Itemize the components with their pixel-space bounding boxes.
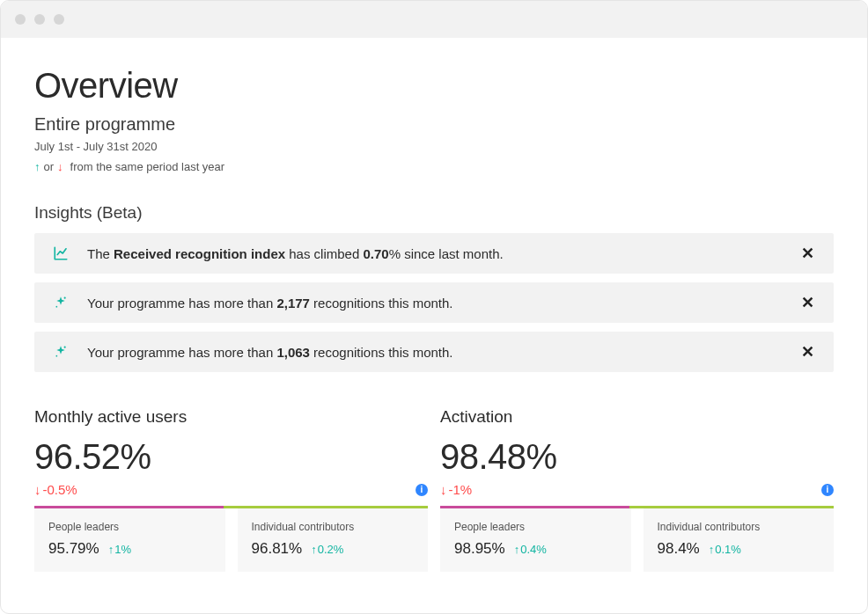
breakdown-label: People leaders	[48, 521, 211, 533]
svg-point-2	[64, 347, 66, 348]
insights-heading: Insights (Beta)	[34, 203, 834, 223]
insight-text: Your programme has more than 1,063 recog…	[87, 345, 798, 360]
breakdown-value: 96.81%	[252, 540, 303, 558]
arrow-down-icon: ↓	[440, 482, 447, 497]
metric-delta: ↓-1%	[440, 482, 472, 497]
insight-row: Your programme has more than 2,177 recog…	[34, 282, 834, 323]
legend-or: or	[44, 160, 55, 173]
metric-value: 98.48%	[440, 437, 834, 477]
metric-delta-row: ↓-0.5%i	[34, 482, 428, 497]
breakdown-delta: ↑0.1%	[709, 543, 741, 556]
insights-list: The Received recognition index has climb…	[34, 233, 834, 372]
chart-line-icon	[50, 245, 71, 261]
breakdown-delta: ↑0.2%	[311, 543, 343, 556]
close-icon[interactable]: ✕	[798, 293, 818, 312]
metrics-row: Monthly active users96.52%↓-0.5%iPeople …	[34, 407, 834, 572]
close-icon[interactable]: ✕	[798, 244, 818, 263]
insight-text: The Received recognition index has climb…	[87, 246, 798, 261]
breakdown-value-row: 96.81%↑0.2%	[252, 540, 415, 558]
arrow-down-icon: ↓	[57, 160, 63, 173]
breakdown-delta: ↑0.4%	[514, 543, 547, 556]
sparkle-icon	[50, 345, 71, 359]
breakdown-value: 98.4%	[658, 540, 700, 558]
arrow-up-icon: ↑	[108, 543, 114, 556]
breakdown-cell: People leaders98.95%↑0.4%	[440, 508, 631, 572]
sparkle-icon	[50, 296, 71, 310]
svg-point-3	[55, 355, 57, 357]
insight-text: Your programme has more than 2,177 recog…	[87, 296, 798, 311]
breakdown-row: People leaders98.95%↑0.4%Individual cont…	[440, 508, 834, 572]
breakdown-label: Individual contributors	[252, 521, 415, 533]
breakdown-value: 98.95%	[454, 540, 505, 558]
arrow-up-icon: ↑	[311, 543, 317, 556]
page-content: Overview Entire programme July 1st - Jul…	[1, 38, 867, 613]
breakdown-value-row: 98.4%↑0.1%	[658, 540, 820, 558]
breakdown-value-row: 95.79%↑1%	[48, 540, 211, 558]
metric-delta-row: ↓-1%i	[440, 482, 834, 497]
comparison-legend: ↑ or ↓ from the same period last year	[34, 160, 834, 173]
breakdown-label: People leaders	[454, 521, 617, 533]
insight-row: Your programme has more than 1,063 recog…	[34, 332, 834, 372]
arrow-up-icon: ↑	[34, 160, 40, 173]
svg-point-1	[55, 306, 57, 308]
info-icon[interactable]: i	[416, 484, 428, 496]
breakdown-cell: People leaders95.79%↑1%	[34, 508, 225, 572]
close-icon[interactable]: ✕	[798, 342, 818, 362]
window-titlebar	[1, 1, 867, 38]
metric-title: Monthly active users	[34, 407, 428, 427]
breakdown-row: People leaders95.79%↑1%Individual contri…	[34, 508, 428, 572]
metric-value: 96.52%	[34, 437, 428, 477]
metric-card: Activation98.48%↓-1%iPeople leaders98.95…	[440, 407, 834, 572]
date-range: July 1st - July 31st 2020	[34, 140, 834, 153]
app-window: Overview Entire programme July 1st - Jul…	[0, 0, 868, 614]
metric-card: Monthly active users96.52%↓-0.5%iPeople …	[34, 407, 428, 572]
info-icon[interactable]: i	[821, 484, 834, 496]
legend-tail: from the same period last year	[70, 160, 225, 173]
breakdown-label: Individual contributors	[658, 521, 820, 533]
metric-delta: ↓-0.5%	[34, 482, 77, 497]
metric-title: Activation	[440, 407, 834, 427]
window-minimize-dot[interactable]	[34, 14, 45, 25]
breakdown-value-row: 98.95%↑0.4%	[454, 540, 617, 558]
window-close-dot[interactable]	[15, 14, 26, 25]
breakdown-value: 95.79%	[48, 540, 99, 558]
svg-point-0	[64, 297, 66, 299]
window-zoom-dot[interactable]	[54, 14, 64, 25]
arrow-up-icon: ↑	[514, 543, 520, 556]
insight-row: The Received recognition index has climb…	[34, 233, 834, 274]
arrow-down-icon: ↓	[34, 482, 41, 497]
breakdown-delta: ↑1%	[108, 543, 131, 556]
page-subtitle: Entire programme	[34, 114, 834, 135]
breakdown-cell: Individual contributors96.81%↑0.2%	[238, 508, 429, 572]
page-title: Overview	[34, 66, 834, 106]
breakdown-cell: Individual contributors98.4%↑0.1%	[644, 508, 835, 572]
arrow-up-icon: ↑	[709, 543, 715, 556]
